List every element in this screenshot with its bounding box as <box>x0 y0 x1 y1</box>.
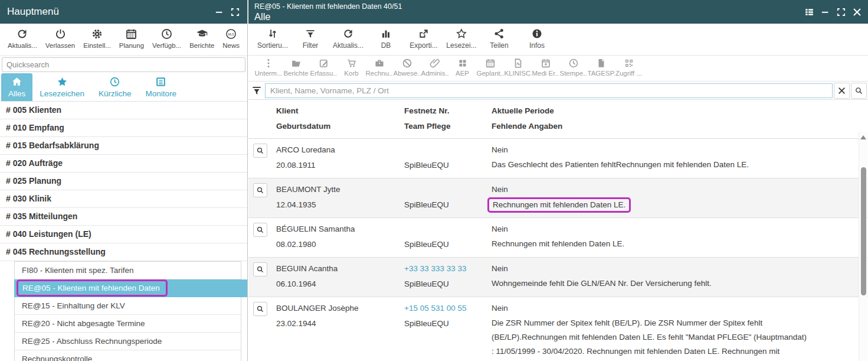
tab-monitore[interactable]: Monitore <box>139 73 184 101</box>
toolbar-item-label: Verlassen <box>45 42 76 49</box>
team-pflege-value: SpiBleuEQU <box>404 237 492 252</box>
row-zoom-button[interactable] <box>253 183 267 197</box>
re05-toolbar-secondary: Unterm...BerichteErfassu...KorbRechnu...… <box>248 56 868 82</box>
toolbar-item-geplant[interactable]: Geplant... <box>476 58 504 77</box>
toolbar-item-unterm[interactable]: Unterm... <box>254 58 282 77</box>
toolbar-item-aep[interactable]: AEP <box>448 58 476 77</box>
toolbar-item-berichte[interactable]: Berichte <box>282 58 310 77</box>
toolbar-item-infos[interactable]: Infos <box>519 28 555 50</box>
toolbar-item-tagesp[interactable]: TAGESP... <box>587 58 615 77</box>
toolbar-item-label: News <box>222 42 240 49</box>
toolbar-item-adminis[interactable]: Adminis... <box>421 58 448 77</box>
submenu-item-fi80-klienten-mit-spez-tarifen[interactable]: FI80 - Klienten mit spez. Tarifen <box>15 262 241 279</box>
toolbar-item-aktualis[interactable]: Aktualis... <box>330 28 366 50</box>
minimize-button[interactable] <box>820 7 830 17</box>
tab-lesezeichen[interactable]: Lesezeichen <box>32 73 91 101</box>
client-phone-link[interactable]: +33 33 333 33 33 <box>404 261 492 277</box>
toolbar-item-einstell[interactable]: Einstell... <box>79 28 115 49</box>
aktuelle-periode-value: Nein <box>492 182 868 197</box>
submenu-item-re-05-klienten-mit-fehlenden-daten[interactable]: RE@05 - Klienten mit fehlenden Daten <box>14 279 247 297</box>
tab-k-rzliche[interactable]: Kürzliche <box>91 73 139 101</box>
toolbar-item-zugriff[interactable]: Zugriff ... <box>615 58 643 77</box>
toolbar-item-verf-gb[interactable]: Verfügb... <box>148 28 185 49</box>
toolbar-item-news[interactable]: MLSNews <box>218 28 244 49</box>
toolbar-item-label: Sortieru... <box>257 41 288 50</box>
toolbar-item-abwese[interactable]: Abwese... <box>393 58 421 77</box>
cart-icon <box>346 58 357 69</box>
toolbar-item-rechnu[interactable]: Rechnu... <box>365 58 393 77</box>
menu-item-020-auftr-ge[interactable]: # 020 Aufträge <box>0 155 247 173</box>
toolbar-item-exporti[interactable]: Exporti... <box>405 28 442 50</box>
client-phone-link[interactable]: +15 05 531 00 55 <box>404 301 492 316</box>
client-search-input[interactable] <box>265 83 833 98</box>
aktuelle-periode-value: Nein <box>492 142 868 158</box>
toolbar-item-filter[interactable]: Filter <box>292 28 329 50</box>
chart-icon <box>380 28 392 40</box>
toolbar-item-stempe[interactable]: Stempe... <box>559 58 587 77</box>
toolbar-item-label: Abwese... <box>394 70 421 77</box>
close-button[interactable] <box>852 7 862 17</box>
table-scrollbar[interactable] <box>859 132 867 361</box>
submenu-item-re-15-einhaltung-der-klv[interactable]: RE@15 - Einhaltung der KLV <box>15 297 241 315</box>
scrollbar-up-arrow-icon[interactable] <box>860 135 866 139</box>
gradcap-icon <box>196 28 208 40</box>
row-zoom-button[interactable] <box>253 144 267 158</box>
quicksearch-input[interactable] <box>2 57 245 72</box>
toolbar-item-label: Geplant... <box>477 70 504 77</box>
toolbar-item-medi-er[interactable]: Medi Er... <box>532 58 559 77</box>
toolbar-item-label: Berichte <box>283 70 308 77</box>
row-zoom-button[interactable] <box>253 302 267 316</box>
scrollbar-thumb[interactable] <box>861 167 866 295</box>
menu-item-030-klinik[interactable]: # 030 Klinik <box>0 190 247 208</box>
toolbar-item-label: Korb <box>344 70 358 77</box>
toolbar-item-sortieru[interactable]: Sortieru... <box>254 28 291 50</box>
submenu-item-re-20-nicht-abgesagte-termine[interactable]: RE@20 - Nicht abgesagte Termine <box>15 315 241 333</box>
toolbar-item-erfassu[interactable]: Erfassu... <box>310 58 338 77</box>
hauptmenu-tabs: AllesLesezeichenKürzlicheMonitore <box>0 73 247 102</box>
news-icon: MLS <box>225 28 237 40</box>
menu-item-010-empfang[interactable]: # 010 Empfang <box>0 119 247 137</box>
table-row: ARCO LoredanaNein20.08.1911SpiBleuEQUDas… <box>248 139 868 178</box>
block-icon <box>402 58 412 69</box>
toolbar-item-planung[interactable]: Planung <box>115 28 148 49</box>
search-clear-button[interactable] <box>834 83 850 99</box>
menu-item-005-klienten[interactable]: # 005 Klienten <box>0 102 247 119</box>
toolbar-item-db[interactable]: DB <box>368 28 404 50</box>
qr-icon <box>624 58 634 69</box>
listview-button[interactable] <box>804 7 814 17</box>
client-name: BÉGUELIN Samantha <box>276 222 404 237</box>
menu-item-045-rechnungsstellung[interactable]: # 045 Rechnungsstellung <box>0 243 247 261</box>
maximize-button[interactable] <box>836 7 846 17</box>
toolbar-item-lesezei[interactable]: Lesezei... <box>443 28 480 50</box>
export-icon <box>418 28 430 40</box>
row-zoom-button[interactable] <box>253 223 267 237</box>
toolbar-item-klinisc[interactable]: KLINISC... <box>504 58 532 77</box>
clear-x-icon <box>837 86 846 95</box>
aktuelle-periode-value: Nein <box>492 301 868 316</box>
toolbar-item-korb[interactable]: Korb <box>338 58 365 77</box>
toolbar-item-berichte[interactable]: Berichte <box>185 28 218 49</box>
search-submit-button[interactable] <box>851 83 867 99</box>
maximize-button[interactable] <box>230 7 240 17</box>
submenu-item-re-25-abschluss-rechnungsperiode[interactable]: RE@25 - Abschluss Rechnungsperiode <box>15 333 241 350</box>
toolbar-item-aktualis[interactable]: Aktualis... <box>4 28 41 49</box>
client-birthdate: 08.02.1980 <box>276 237 404 252</box>
row-zoom-button[interactable] <box>253 262 267 277</box>
refresh-icon <box>16 28 28 40</box>
main-menu-list: # 005 Klienten# 010 Empfang# 015 Bedarfs… <box>0 102 247 361</box>
star-icon <box>57 76 68 87</box>
annotation-highlight: Rechnungen mit fehlenden Daten LE. <box>487 197 631 213</box>
toolbar-item-label: Erfassu... <box>310 70 338 77</box>
menu-item-035-mitteilungen[interactable]: # 035 Mitteilungen <box>0 208 247 226</box>
staro-icon <box>456 28 467 40</box>
toolbar-item-teilen[interactable]: Teilen <box>481 28 517 50</box>
app-root: Hauptmenü Aktualis...VerlassenEinstell..… <box>0 0 868 361</box>
submenu-item-rechnungskontrolle[interactable]: Rechnungskontrolle <box>15 350 241 361</box>
tab-alles[interactable]: Alles <box>1 73 32 101</box>
toolbar-item-label: Aktualis... <box>333 41 363 50</box>
menu-item-040-leistungen-le[interactable]: # 040 Leistungen (LE) <box>0 226 247 243</box>
menu-item-025-planung[interactable]: # 025 Planung <box>0 173 247 190</box>
toolbar-item-verlassen[interactable]: Verlassen <box>41 28 79 49</box>
minimize-button[interactable] <box>214 7 224 17</box>
menu-item-015-bedarfsabkl-rung[interactable]: # 015 Bedarfsabklärung <box>0 137 247 155</box>
